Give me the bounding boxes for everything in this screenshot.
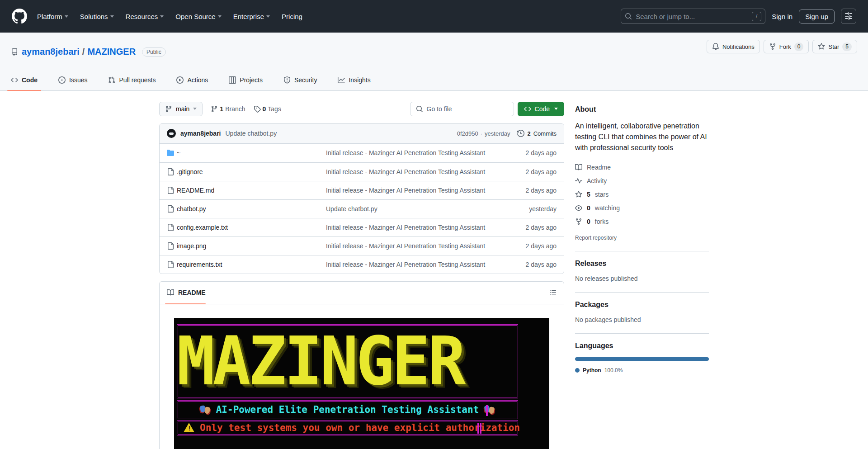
file-age-link[interactable]: 2 days ago — [507, 168, 557, 175]
readme-card: README MAZINGER AI-Powered Elite Penetra… — [159, 281, 564, 449]
tab-security[interactable]: Security — [280, 70, 321, 90]
stars-link[interactable]: 5 stars — [575, 188, 709, 201]
branch-icon — [165, 105, 172, 113]
report-repository-link[interactable]: Report repository — [575, 235, 709, 241]
language-item-python[interactable]: Python 100.0% — [575, 367, 709, 373]
search-icon — [625, 13, 632, 20]
nav-item-open-source[interactable]: Open Source — [175, 13, 221, 20]
file-age-link[interactable]: 2 days ago — [507, 187, 557, 194]
readme-banner-image[interactable]: MAZINGER AI-Powered Elite Penetration Te… — [174, 318, 549, 449]
commit-dot: · — [481, 130, 482, 137]
star-label: Star — [828, 43, 839, 50]
forks-link[interactable]: 0 forks — [575, 215, 709, 228]
code-dropdown-button[interactable]: Code — [518, 102, 564, 116]
tab-actions[interactable]: Actions — [173, 70, 212, 90]
readme-link[interactable]: Readme — [575, 161, 709, 174]
file-commit-message-link[interactable]: Initial release - Mazinger AI Penetratio… — [326, 242, 507, 250]
commit-sha-link[interactable]: 0f2d950 · yesterday — [457, 130, 510, 137]
tab-label: Pull requests — [119, 76, 156, 84]
table-row[interactable]: .gitignore Initial release - Mazinger AI… — [160, 162, 564, 181]
language-bar[interactable] — [575, 357, 709, 361]
file-age-link[interactable]: yesterday — [507, 205, 557, 213]
table-row[interactable]: config.example.txt Initial release - Maz… — [160, 218, 564, 236]
chevron-down-icon — [193, 108, 197, 110]
file-age-link[interactable]: 2 days ago — [507, 149, 557, 156]
eye-icon — [575, 204, 582, 212]
star-button[interactable]: Star 5 — [812, 40, 857, 53]
file-name-link[interactable]: requirements.txt — [177, 261, 326, 268]
repo-owner-link[interactable]: ayman8jebari — [22, 47, 80, 57]
fork-count: 0 — [794, 43, 804, 51]
commit-author-link[interactable]: ayman8jebari — [180, 130, 221, 137]
tab-insights[interactable]: Insights — [334, 70, 374, 90]
branch-selector[interactable]: main — [159, 102, 203, 116]
table-row[interactable]: image.png Initial release - Mazinger AI … — [160, 236, 564, 255]
ascii-subtitle: AI-Powered Elite Penetration Testing Ass… — [216, 404, 479, 415]
nav-item-enterprise[interactable]: Enterprise — [233, 13, 270, 20]
repo-actions: Notifications Fork 0 Star 5 — [707, 40, 857, 53]
file-name-link[interactable]: image.png — [177, 242, 326, 250]
file-commit-message-link[interactable]: Initial release - Mazinger AI Penetratio… — [326, 187, 507, 194]
code-toolbar: main 1 Branch 0 Tags Go to file Code — [159, 102, 564, 116]
packages-empty-text: No packages published — [575, 316, 709, 323]
visibility-badge: Public — [142, 47, 166, 57]
file-name-link[interactable]: README.md — [177, 187, 326, 194]
list-icon[interactable] — [549, 289, 557, 296]
table-row[interactable]: README.md Initial release - Mazinger AI … — [160, 181, 564, 199]
tab-label: Insights — [349, 76, 370, 84]
file-commit-message-link[interactable]: Initial release - Mazinger AI Penetratio… — [326, 261, 507, 268]
repo-name-link[interactable]: MAZINGER — [87, 47, 136, 57]
file-name-link[interactable]: ~ — [177, 149, 326, 156]
sign-up-button[interactable]: Sign up — [799, 9, 835, 24]
sidebar-divider — [575, 292, 709, 293]
tab-issues[interactable]: Issues — [55, 70, 91, 90]
file-age-link[interactable]: 2 days ago — [507, 224, 557, 231]
issue-icon — [58, 76, 66, 84]
sign-in-link[interactable]: Sign in — [772, 13, 793, 20]
commit-history-link[interactable]: 2 Commits — [517, 130, 557, 137]
file-name-link[interactable]: .gitignore — [177, 168, 326, 175]
file-age-link[interactable]: 2 days ago — [507, 261, 557, 268]
repo-title-row: ayman8jebari / MAZINGER Public Notificat… — [0, 33, 868, 63]
language-percent: 100.0% — [604, 367, 623, 373]
nav-item-resources[interactable]: Resources — [126, 13, 164, 20]
table-row[interactable]: requirements.txt Initial release - Mazin… — [160, 255, 564, 274]
main-column: main 1 Branch 0 Tags Go to file Code — [159, 102, 564, 449]
commit-message-link[interactable]: Update chatbot.py — [226, 130, 277, 137]
branches-link[interactable]: 1 Branch — [211, 105, 245, 113]
github-logo-icon[interactable] — [12, 9, 27, 24]
file-name-link[interactable]: chatbot.py — [177, 205, 326, 213]
file-commit-message-link[interactable]: Update chatbot.py — [326, 205, 507, 213]
tab-code[interactable]: Code — [7, 70, 41, 90]
activity-link[interactable]: Activity — [575, 174, 709, 188]
tab-readme[interactable]: README — [178, 289, 206, 296]
nav-item-platform[interactable]: Platform — [37, 13, 68, 20]
go-to-file-input[interactable]: Go to file — [410, 102, 514, 116]
table-row[interactable]: chatbot.py Update chatbot.py yesterday — [160, 199, 564, 218]
tag-icon — [254, 105, 261, 113]
file-commit-message-link[interactable]: Initial release - Mazinger AI Penetratio… — [326, 149, 507, 156]
tags-link[interactable]: 0 Tags — [254, 105, 281, 113]
file-name-link[interactable]: config.example.txt — [177, 224, 326, 231]
file-commit-message-link[interactable]: Initial release - Mazinger AI Penetratio… — [326, 224, 507, 231]
search-input[interactable]: Search or jump to... / — [621, 9, 765, 24]
nav-item-solutions[interactable]: Solutions — [80, 13, 114, 20]
nav-item-pricing[interactable]: Pricing — [282, 13, 302, 20]
table-row[interactable]: ~ Initial release - Mazinger AI Penetrat… — [160, 144, 564, 162]
stars-count: 5 — [587, 191, 590, 198]
file-age-link[interactable]: 2 days ago — [507, 242, 557, 250]
sidebar-divider — [575, 251, 709, 251]
appearance-settings-button[interactable] — [841, 9, 856, 24]
tab-projects[interactable]: Projects — [225, 70, 266, 90]
tab-pull-requests[interactable]: Pull requests — [104, 70, 159, 90]
avatar[interactable] — [167, 129, 176, 138]
file-commit-message-link[interactable]: Initial release - Mazinger AI Penetratio… — [326, 168, 507, 175]
sidebar-divider — [575, 333, 709, 334]
star-icon — [818, 43, 825, 50]
ascii-frame: MAZINGER — [177, 324, 518, 398]
packages-heading: Packages — [575, 301, 709, 309]
fork-button[interactable]: Fork 0 — [764, 40, 809, 53]
watching-link[interactable]: 0 watching — [575, 201, 709, 215]
notifications-button[interactable]: Notifications — [707, 40, 760, 53]
file-icon — [167, 205, 174, 213]
